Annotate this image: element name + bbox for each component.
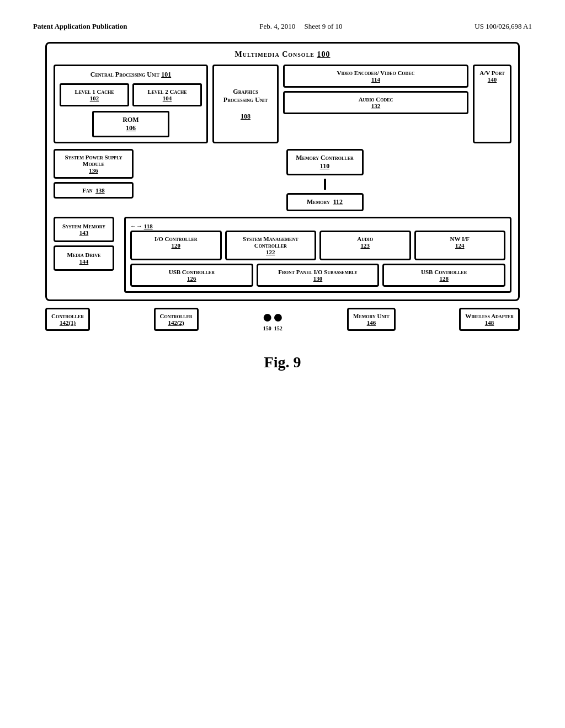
header-date-sheet: Feb. 4, 2010 Sheet 9 of 10 [259,22,342,31]
bus-118-label: ←→ 118 [130,223,505,229]
bottom-inner-section: System Memory 143 Media Drive 144 ←→ 118 [54,217,511,293]
symbol-150-152-icons: ●● [262,308,284,325]
system-memory-box: System Memory 143 [54,217,114,242]
symbols-labels: 150 152 [262,325,284,331]
left-col: System Power Supply Module 136 Fan 138 [54,149,134,199]
usb-controller-126-box: USB Controller 126 [130,264,253,287]
diagram-container: Multimedia Console 100 Central Processin… [45,42,520,331]
multimedia-console-box: Multimedia Console 100 Central Processin… [45,42,520,301]
nw-if-box: NW I/F 124 [414,231,506,260]
header-sheet: Sheet 9 of 10 [305,22,343,30]
wireless-adapter-box: Wireless Adapter 148 [459,308,520,331]
video-audio-col: Video Encoder/ Video Codec 114 Audio Cod… [283,65,468,143]
memory-unit-box: Memory Unit 146 [347,308,396,331]
cpu-box: Central Processing Unit 101 Level 1 Cach… [54,65,208,143]
cache-row: Level 1 Cache 102 Level 2 Cache 104 [60,83,202,106]
controller-142-2-box: Controller 142(2) [154,308,199,331]
page: Patent Application Publication Feb. 4, 2… [0,0,565,728]
cpu-title: Central Processing Unit 101 [60,71,202,79]
level2-cache-box: Level 2 Cache 104 [132,83,202,106]
sys-mgmt-controller-box: System Management Controller 122 [225,231,317,260]
io-controller-box: I/O Controller 120 [130,231,222,260]
media-drive-box: Media Drive 144 [54,245,114,271]
gpu-box: Graphics Processing Unit 108 [212,65,279,143]
level1-cache-box: Level 1 Cache 102 [60,83,129,106]
audio-box: Audio 123 [319,231,411,260]
usb-controller-128-box: USB Controller 128 [382,264,505,287]
left-bottom-col: System Memory 143 Media Drive 144 [54,217,120,293]
multimedia-console-title: Multimedia Console 100 [54,50,511,59]
center-col: Memory Controller 110 Memory 112 [138,149,511,211]
system-power-box: System Power Supply Module 136 [54,149,134,179]
controller-142-1-box: Controller 142(1) [45,308,90,331]
external-section: Controller 142(1) Controller 142(2) ●● 1… [45,308,520,331]
page-header: Patent Application Publication Feb. 4, 2… [33,22,532,31]
header-patent-number: US 100/026,698 A1 [475,22,532,31]
header-date: Feb. 4, 2010 [259,22,295,30]
figure-label: Fig. 9 [33,354,532,371]
memory-controller-box: Memory Controller 110 [286,149,364,175]
header-publication-label: Patent Application Publication [33,22,127,31]
inner-group-row-2: USB Controller 126 Front Panel I/O Subas… [130,264,505,287]
av-port-box: A/V Port 140 [473,65,511,143]
fan-box: Fan 138 [54,182,134,199]
connector-v-mem [324,179,326,190]
audio-codec-box: Audio Codec 132 [283,91,468,114]
memory-box: Memory 112 [286,193,364,211]
symbols-150-152: ●● 150 152 [262,308,284,331]
inner-group-box: ←→ 118 I/O Controller 120 System Managem… [124,217,511,293]
inner-group-row-1: I/O Controller 120 System Management Con… [130,231,505,260]
middle-section: System Power Supply Module 136 Fan 138 M… [54,149,511,211]
front-panel-box: Front Panel I/O Subassembly 130 [257,264,380,287]
top-section: Central Processing Unit 101 Level 1 Cach… [54,65,511,143]
rom-box: ROM 106 [92,111,169,137]
video-encoder-box: Video Encoder/ Video Codec 114 [283,65,468,88]
